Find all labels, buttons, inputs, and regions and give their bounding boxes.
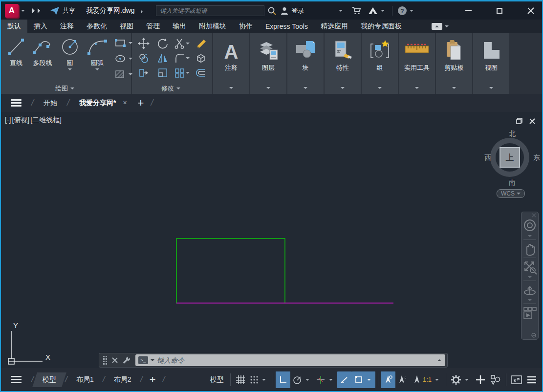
properties-panel-caret-icon[interactable] [341,87,345,91]
command-line[interactable]: >_ [99,353,448,368]
ellipse-flyout-caret-icon[interactable] [129,58,132,62]
ribbon-tab-view[interactable]: 视图 [113,20,140,33]
ribbon-tab-insert[interactable]: 插入 [27,20,54,33]
view-panel[interactable]: 视图 [473,33,509,94]
polar-tracking-toggle[interactable] [290,371,314,388]
command-expand-caret-icon[interactable] [437,357,441,361]
orbit-flyout-caret-icon[interactable] [528,299,532,303]
view-panel-caret-icon[interactable] [489,87,493,91]
search-icon[interactable] [267,6,276,15]
steering-wheel-icon[interactable] [522,218,537,234]
trim-flyout-caret-icon[interactable] [186,43,190,46]
zoom-extents-icon[interactable] [522,260,537,275]
autodesk-caret-icon[interactable] [381,10,385,14]
navigation-bar[interactable] [521,212,539,340]
draw-panel-footer[interactable]: 绘图 [1,83,131,94]
object-snap-caret-icon[interactable] [367,379,371,383]
model-tab[interactable]: 模型 [37,371,62,388]
autodesk-logo-icon[interactable] [368,6,378,15]
ribbon-tab-collaborate[interactable]: 协作 [233,20,259,33]
clipboard-panel[interactable]: 剪贴板 [436,33,472,94]
close-button[interactable] [524,4,537,17]
annotation-panel[interactable]: A 注释 [213,33,249,94]
viewcube-south[interactable]: 南 [485,178,539,187]
ribbon-tab-home[interactable]: 默认 [1,20,27,33]
fillet-flyout-caret-icon[interactable] [186,57,190,61]
properties-panel[interactable]: 特性 [325,33,361,94]
annotation-monitor-button[interactable] [473,371,488,388]
snap-caret-icon[interactable] [262,379,266,383]
explode-button[interactable] [195,52,207,64]
command-grip-handle[interactable] [103,356,107,365]
circle-tool-button[interactable]: 圆 [57,35,83,83]
login-button[interactable]: 登录 [280,6,304,15]
ribbon-tab-output[interactable]: 输出 [166,20,193,33]
orbit-icon[interactable] [522,283,537,298]
trim-button[interactable] [174,38,190,49]
command-input[interactable] [157,356,435,364]
workspace-caret-icon[interactable] [465,379,469,383]
drawn-rectangle[interactable] [176,239,285,303]
arc-tool-button[interactable]: 圆弧 [83,35,111,83]
grid-toggle[interactable] [233,371,248,388]
command-input-bar[interactable]: >_ [135,354,445,366]
pan-hand-icon[interactable] [523,241,537,256]
line-tool-button[interactable]: 直线 [4,35,28,83]
fillet-button[interactable] [174,52,190,64]
ribbon-tab-addins[interactable]: 附加模块 [193,20,233,33]
minimize-button[interactable] [462,4,475,17]
erase-button[interactable] [195,38,207,49]
showmotion-icon[interactable] [523,305,537,320]
command-prompt-icon[interactable]: >_ [138,356,148,364]
arc-flyout-caret-icon[interactable] [95,68,99,72]
ribbon-collapse-caret-icon[interactable] [445,25,449,29]
circle-flyout-caret-icon[interactable] [68,68,72,72]
viewcube-top-face[interactable]: 上 [500,147,520,168]
viewcube[interactable]: 北 西 上 东 南 WCS [485,131,539,202]
ribbon-tab-annotate[interactable]: 注释 [54,20,80,33]
command-tools-wrench-icon[interactable] [123,356,130,364]
annotation-panel-caret-icon[interactable] [229,87,233,91]
workspace-switch-button[interactable] [449,371,473,388]
app-logo-icon[interactable]: A [5,4,19,18]
clipboard-panel-caret-icon[interactable] [452,87,456,91]
polar-caret-icon[interactable] [305,379,309,383]
array-flyout-caret-icon[interactable] [186,72,190,76]
annotation-scale-caret-icon[interactable] [435,379,439,383]
drawing-canvas[interactable] [1,112,542,368]
ribbon-tab-parametric[interactable]: 参数化 [80,20,113,33]
maximize-button[interactable] [493,4,506,17]
command-close-icon[interactable] [112,357,118,363]
layers-panel-caret-icon[interactable] [266,87,270,91]
annotation-visibility-toggle[interactable] [381,371,395,388]
rectangle-flyout-caret-icon[interactable] [129,42,132,46]
copy-button[interactable] [138,52,150,64]
layers-panel[interactable]: 图层 [250,33,286,94]
quick-access-expand-icon[interactable] [32,8,43,13]
block-panel-caret-icon[interactable] [304,87,307,91]
ribbon-tab-express-tools[interactable]: Express Tools [259,20,314,33]
help-caret-icon[interactable] [410,10,413,14]
login-caret-icon[interactable] [339,10,343,14]
dynamic-input-toggle[interactable] [337,371,352,388]
snap-toggle[interactable] [248,371,270,388]
stretch-button[interactable] [138,67,150,79]
model-space-toggle[interactable]: 模型 [206,375,228,384]
cart-icon[interactable] [352,6,362,15]
utilities-panel-caret-icon[interactable] [415,87,419,91]
app-menu-caret-icon[interactable] [21,10,25,14]
groups-panel-caret-icon[interactable] [378,87,382,91]
viewcube-west[interactable]: 西 [484,153,491,162]
filename-expand-icon[interactable] [141,10,145,14]
recent-commands-caret-icon[interactable] [151,359,154,363]
wheel-flyout-caret-icon[interactable] [528,235,532,239]
ortho-toggle[interactable] [276,371,290,388]
navbar-close-icon[interactable] [532,213,536,218]
share-button[interactable]: 共享 [50,6,75,15]
new-drawing-button[interactable]: + [138,98,144,109]
layout-menu-icon[interactable] [11,374,22,385]
mirror-button[interactable] [157,52,169,64]
polyline-tool-button[interactable]: 多段线 [28,35,57,83]
layout2-tab[interactable]: 布局2 [108,371,137,388]
help-icon[interactable]: ? [397,6,407,16]
